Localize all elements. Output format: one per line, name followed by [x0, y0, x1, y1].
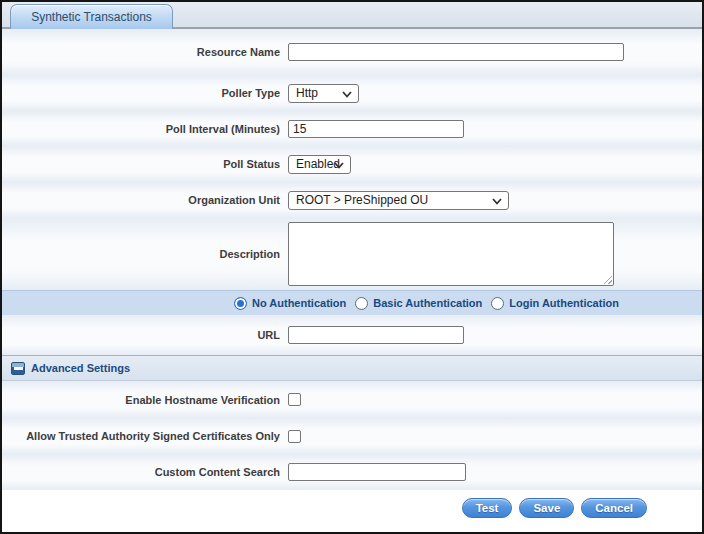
- organization-unit-label: Organization Unit: [2, 194, 288, 206]
- test-button[interactable]: Test: [462, 498, 513, 518]
- url-label: URL: [2, 329, 288, 341]
- description-label: Description: [2, 248, 288, 260]
- organization-unit-value: ROOT > PreShipped OU: [296, 193, 428, 207]
- url-row: URL: [2, 315, 702, 355]
- radio-icon[interactable]: [355, 297, 368, 310]
- tab-bar: Synthetic Transactions: [2, 2, 702, 29]
- collapse-minus-icon[interactable]: [11, 362, 25, 375]
- url-input[interactable]: [288, 326, 464, 344]
- synthetic-transactions-window: Synthetic Transactions Resource Name Pol…: [0, 0, 704, 534]
- resource-name-label: Resource Name: [2, 46, 288, 58]
- custom-content-search-input[interactable]: [288, 463, 466, 481]
- poll-status-row: Poll Status Enabled: [2, 146, 702, 182]
- enable-hostname-label: Enable Hostname Verification: [2, 394, 288, 406]
- radio-basic-authentication[interactable]: Basic Authentication: [355, 297, 482, 310]
- resource-name-input[interactable]: [288, 43, 624, 61]
- allow-trusted-row: Allow Trusted Authority Signed Certifica…: [2, 418, 702, 454]
- allow-trusted-label: Allow Trusted Authority Signed Certifica…: [2, 430, 288, 442]
- enable-hostname-row: Enable Hostname Verification: [2, 381, 702, 418]
- chevron-down-icon: [492, 198, 502, 205]
- description-row: Description: [2, 218, 702, 290]
- advanced-settings-title: Advanced Settings: [31, 362, 130, 374]
- radio-icon[interactable]: [491, 297, 504, 310]
- poll-status-label: Poll Status: [2, 158, 288, 170]
- organization-unit-select[interactable]: ROOT > PreShipped OU: [288, 191, 509, 210]
- poll-interval-input[interactable]: [288, 120, 464, 138]
- resource-name-row: Resource Name: [2, 29, 702, 75]
- poll-status-select[interactable]: Enabled: [288, 155, 351, 174]
- radio-label: Basic Authentication: [373, 297, 482, 309]
- cancel-button[interactable]: Cancel: [581, 498, 647, 518]
- poll-interval-row: Poll Interval (Minutes): [2, 111, 702, 146]
- authentication-row: No Authentication Basic Authentication L…: [2, 290, 702, 315]
- allow-trusted-checkbox[interactable]: [288, 430, 301, 443]
- action-buttons-row: Test Save Cancel: [2, 490, 702, 532]
- form-content: Resource Name Poller Type Http Poll Inte…: [2, 29, 702, 532]
- radio-no-authentication[interactable]: No Authentication: [234, 297, 346, 310]
- save-button[interactable]: Save: [519, 498, 574, 518]
- poller-type-value: Http: [296, 86, 318, 100]
- custom-content-search-label: Custom Content Search: [2, 466, 288, 478]
- description-textarea[interactable]: [288, 222, 614, 286]
- chevron-down-icon: [342, 91, 352, 98]
- radio-label: No Authentication: [252, 297, 346, 309]
- poller-type-select[interactable]: Http: [288, 84, 359, 103]
- chevron-down-icon: [334, 162, 344, 169]
- poller-type-label: Poller Type: [2, 87, 288, 99]
- advanced-settings-header[interactable]: Advanced Settings: [2, 355, 702, 381]
- tab-synthetic-transactions[interactable]: Synthetic Transactions: [10, 4, 173, 29]
- organization-unit-row: Organization Unit ROOT > PreShipped OU: [2, 182, 702, 218]
- custom-content-search-row: Custom Content Search: [2, 454, 702, 490]
- radio-label: Login Authentication: [509, 297, 619, 309]
- tab-title: Synthetic Transactions: [31, 10, 152, 24]
- enable-hostname-checkbox[interactable]: [288, 393, 301, 406]
- poller-type-row: Poller Type Http: [2, 75, 702, 111]
- radio-login-authentication[interactable]: Login Authentication: [491, 297, 619, 310]
- radio-icon[interactable]: [234, 297, 247, 310]
- poll-interval-label: Poll Interval (Minutes): [2, 123, 288, 135]
